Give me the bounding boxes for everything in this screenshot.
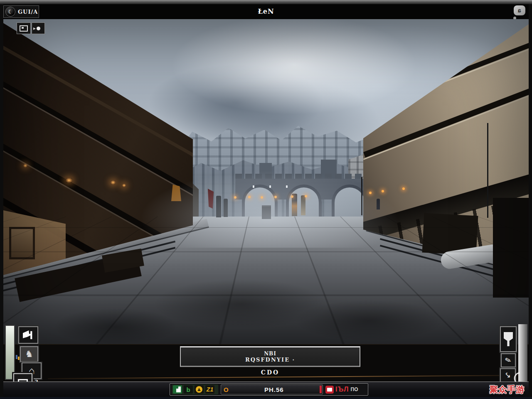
funnel-icon: [504, 332, 513, 346]
gate-light: [269, 185, 271, 188]
taskbar-red-label: IЪЛ: [335, 386, 349, 393]
dialog-panel[interactable]: NBI RQSFDNYIE ·: [180, 346, 360, 367]
npc-figure: [224, 199, 228, 217]
lantern-glow: [248, 196, 251, 198]
dialog-caption: CDO: [180, 369, 360, 376]
mini-mark-blue: [16, 355, 17, 359]
quill-icon: ✎: [504, 355, 512, 365]
taskbar-clock: PH.56: [229, 386, 320, 393]
hud-mini-mark: [16, 354, 21, 361]
dialog-line1: NBI: [264, 351, 276, 357]
lantern-glow: [291, 195, 293, 198]
window-glow: [23, 164, 27, 167]
lamp-post: [487, 123, 488, 218]
letter-b-icon[interactable]: b: [184, 385, 193, 394]
game-viewport[interactable]: [3, 19, 529, 344]
window-right-frame: [529, 4, 532, 399]
lantern-glow: [382, 190, 384, 192]
lamp-post: [361, 177, 362, 215]
machinery-tower: [493, 198, 529, 298]
window-top-strip: [0, 0, 532, 4]
window-left-frame: [0, 4, 3, 399]
taskbar-status-bar[interactable]: O PH.56: [221, 384, 323, 394]
status-gauge: [5, 325, 15, 380]
npc-figure: [377, 199, 380, 209]
window-title: ŁeN: [0, 7, 532, 15]
taskbar-white-label: ПО: [351, 387, 358, 392]
npc-figure: [216, 196, 221, 217]
lantern-glow: [274, 196, 277, 198]
photo-red-icon[interactable]: [325, 386, 334, 394]
figure-button[interactable]: ♞: [20, 346, 38, 362]
figure-icon: ♞: [25, 349, 33, 360]
window-glow: [66, 178, 72, 183]
red-sliver: [320, 386, 322, 393]
red-banner: [208, 189, 214, 209]
file-flag-icon[interactable]: [173, 385, 182, 394]
npc-figure-tan: [301, 195, 305, 215]
hook-icon: ↩: [502, 370, 513, 381]
arched-gate: [235, 160, 377, 223]
game-window: ☾ GUI/A ŁeN ɕ: [0, 0, 532, 399]
gate-light: [253, 185, 254, 188]
taskbar-center-group: b Z1 O PH.56 IЪЛ ПО: [170, 383, 368, 396]
street-stain: [294, 300, 444, 341]
viewport-frame-icon: [20, 25, 28, 32]
flag-building-icon: [23, 330, 34, 340]
taskbar: b Z1 O PH.56 IЪЛ ПО: [3, 382, 529, 397]
dialog-line2: RQSFDNYIE ·: [245, 357, 295, 363]
taskbar-right-group: IЪЛ ПО: [325, 384, 367, 394]
titlebar: ☾ GUI/A ŁeN ɕ: [0, 4, 532, 20]
taskbar-icon-group: b Z1: [172, 384, 218, 394]
lantern-glow: [402, 187, 405, 190]
record-button[interactable]: [32, 22, 45, 34]
lantern-glow: [234, 196, 236, 199]
hook-button[interactable]: ↩: [500, 368, 516, 382]
window-bottom-strip: [0, 397, 532, 399]
window-glow: [122, 184, 126, 187]
gate-light: [286, 185, 288, 188]
mini-mark-yellow: [18, 357, 20, 360]
window-glow: [111, 180, 116, 185]
shield-circle-icon[interactable]: [195, 385, 204, 394]
street-stain: [53, 308, 178, 344]
orange-crane: [171, 185, 181, 201]
lantern-glow: [261, 196, 263, 199]
ground-window: [9, 227, 35, 259]
record-dot-icon: [37, 27, 40, 30]
watermark-text: 聚众手游: [490, 384, 525, 395]
sound-blob-icon[interactable]: ɕ: [514, 5, 525, 15]
street-box: [262, 205, 271, 219]
flag-building-button[interactable]: [18, 326, 38, 344]
quill-button[interactable]: ✎: [501, 353, 516, 367]
lantern-glow: [305, 195, 307, 197]
z1-icon[interactable]: Z1: [205, 385, 214, 394]
funnel-button[interactable]: [500, 326, 517, 352]
orange-o-icon: O: [224, 386, 229, 393]
lantern-glow: [369, 192, 372, 194]
viewport-frame-button[interactable]: [17, 22, 31, 34]
